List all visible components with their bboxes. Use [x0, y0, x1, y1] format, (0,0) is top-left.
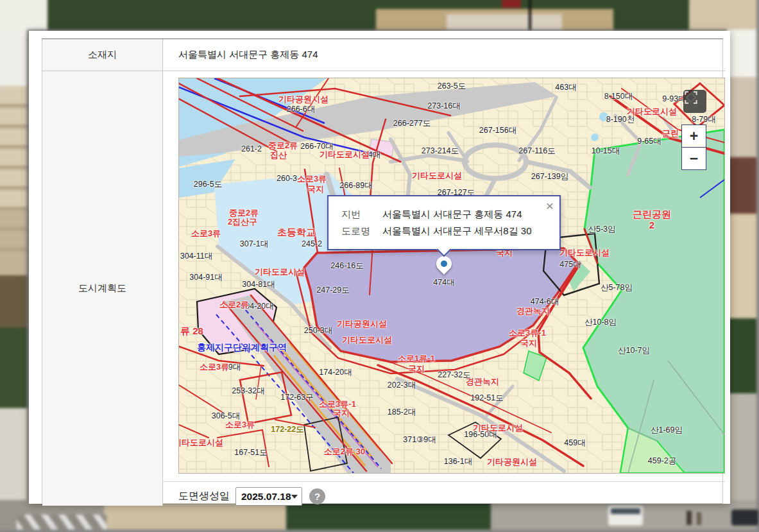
photo-wall	[447, 14, 562, 30]
map-label: 소로2류 30	[324, 446, 365, 458]
map-label: 기타도로시설	[178, 437, 223, 449]
map-label: 267-139임	[531, 171, 568, 182]
map-label: 기타도로시설	[320, 149, 370, 160]
map-label: 국지	[307, 184, 324, 195]
help-icon[interactable]: ?	[309, 488, 325, 504]
map-label: 기타도로시설	[473, 422, 523, 434]
map-label: 산10-8임	[584, 317, 617, 328]
info-table: 소재지 서울특별시 서대문구 홍제동 474 도시계획도	[42, 39, 723, 504]
photo-pedestrian	[687, 511, 692, 525]
photo-crosswalk	[17, 515, 107, 529]
map-label: 296-5도	[194, 179, 222, 190]
fullscreen-button[interactable]	[683, 90, 706, 113]
map-label: 273-214도	[422, 146, 459, 157]
map-label: 소로3류	[200, 361, 229, 373]
close-icon[interactable]: ×	[546, 199, 554, 212]
popup-row-roadname: 도로명 서울특별시 서대문구 세무서8길 30	[341, 223, 548, 239]
map-label: 산5-3임	[588, 224, 615, 235]
photo-car	[731, 510, 758, 526]
map-label: 8-150대	[604, 91, 633, 102]
map-cell: 266-6대263-5도463대8-150대9-93대8-190천8-79대9-…	[163, 71, 725, 506]
city-plan-map[interactable]: 266-6대263-5도463대8-150대9-93대8-190천8-79대9-…	[178, 78, 725, 474]
map-labels-layer: 266-6대263-5도463대8-150대9-93대8-190천8-79대9-…	[179, 78, 724, 473]
chevron-down-icon	[291, 495, 298, 499]
map-label: 산5-78임	[601, 282, 633, 293]
map-label: 근린	[662, 128, 679, 139]
map-label: 경관녹지	[466, 376, 499, 388]
map-label: 2집산구	[228, 216, 257, 228]
map-zoom-controls: + −	[681, 124, 706, 170]
map-label: 246-16도	[330, 261, 363, 271]
map-label: 136-1대	[444, 456, 472, 467]
map-label: 266-89대	[339, 180, 372, 191]
zoom-out-button[interactable]: −	[682, 147, 706, 169]
jibun-value: 서울특별시 서대문구 홍제동 474	[382, 206, 522, 223]
map-label: 기타도로시설	[627, 106, 677, 117]
map-label: 253-32대	[232, 386, 264, 397]
map-label: 475대	[559, 259, 581, 270]
drawing-date-value: 2025.07.18	[241, 491, 291, 502]
popup-row-jibun: 지번 서울특별시 서대문구 홍제동 474	[341, 206, 548, 223]
map-label: 192-51도	[470, 393, 503, 404]
photo-right-strip	[727, 30, 756, 502]
map-label: 266-6대	[287, 104, 315, 115]
map-label: 산10-7임	[618, 345, 650, 356]
map-label: 245-2	[302, 239, 322, 248]
map-label: 371③9대	[403, 434, 436, 445]
map-label: 소로2류	[219, 299, 249, 311]
fullscreen-icon	[683, 90, 699, 105]
zoom-in-button[interactable]: +	[682, 125, 706, 147]
drawing-date-select[interactable]: 2025.07.18	[235, 487, 302, 506]
map-label: 초등학교	[277, 227, 316, 239]
map-label: 기타공원시설	[337, 318, 387, 330]
map-label: 10-15대	[592, 146, 620, 157]
location-value: 서울특별시 서대문구 홍제동 474	[163, 39, 725, 71]
map-label: 172-22도	[271, 424, 303, 435]
map-label: 307-1대	[240, 239, 268, 250]
map-label: 247-29도	[316, 285, 349, 296]
map-label: 국지	[333, 408, 350, 419]
map-label: 9-65대	[637, 136, 661, 147]
map-label: 267-116도	[518, 146, 555, 157]
map-label: 류 28	[180, 325, 203, 338]
map-label: 273-16대	[427, 101, 460, 112]
map-label: 474대	[433, 277, 454, 288]
photo-pedestrian	[697, 512, 701, 525]
drawing-date-label: 도면생성일	[178, 490, 230, 503]
map-label: 202-3대	[388, 380, 416, 391]
map-label: 304-11대	[180, 251, 213, 262]
location-label: 소재지	[42, 39, 163, 71]
map-label: 기타도로시설	[255, 266, 305, 278]
map-label: 261-2	[241, 144, 262, 153]
map-label: 홍제지구단위계획구역	[197, 342, 287, 354]
map-label: 집산	[270, 150, 287, 161]
parcel-info-popup: × 지번 서울특별시 서대문구 홍제동 474 도로명 서울특별시 서대문구 세…	[327, 195, 561, 250]
map-label: 250-3대	[304, 325, 332, 336]
map-label: 266-277도	[393, 118, 431, 129]
map-label: 260-3	[277, 174, 297, 183]
roadname-value: 서울특별시 서대문구 세무서8길 30	[382, 223, 532, 239]
map-label: 소로3류	[225, 419, 255, 431]
map-label: 기타공원시설	[278, 94, 328, 105]
map-label: 국지	[408, 363, 425, 375]
photo-top-left	[0, 0, 47, 30]
map-label: 기타도로시설	[412, 170, 462, 182]
map-label: 304-81대	[242, 279, 275, 290]
parcel-map-dialog: 소재지 서울특별시 서대문구 홍제동 474 도시계획도	[29, 31, 730, 504]
map-label: 소로3류	[191, 228, 221, 239]
map-label: 산1-69임	[651, 425, 683, 436]
map-label: 174-20대	[319, 367, 352, 378]
map-label: 2	[649, 219, 654, 230]
photo-pole	[529, 0, 531, 30]
map-label: 기타도로시설	[342, 334, 392, 346]
map-label: 267-156대	[479, 125, 516, 136]
map-label: 172-63구	[280, 392, 313, 403]
map-label: 8-79대	[692, 114, 716, 125]
map-label: 304-91대	[189, 272, 222, 283]
map-label: 167-51도	[234, 447, 267, 458]
map-label: 185-2대	[388, 407, 416, 418]
map-label: 459대	[564, 438, 585, 449]
map-label: 463대	[555, 82, 576, 93]
photo-left-windows	[0, 87, 27, 254]
jibun-label: 지번	[341, 206, 382, 223]
